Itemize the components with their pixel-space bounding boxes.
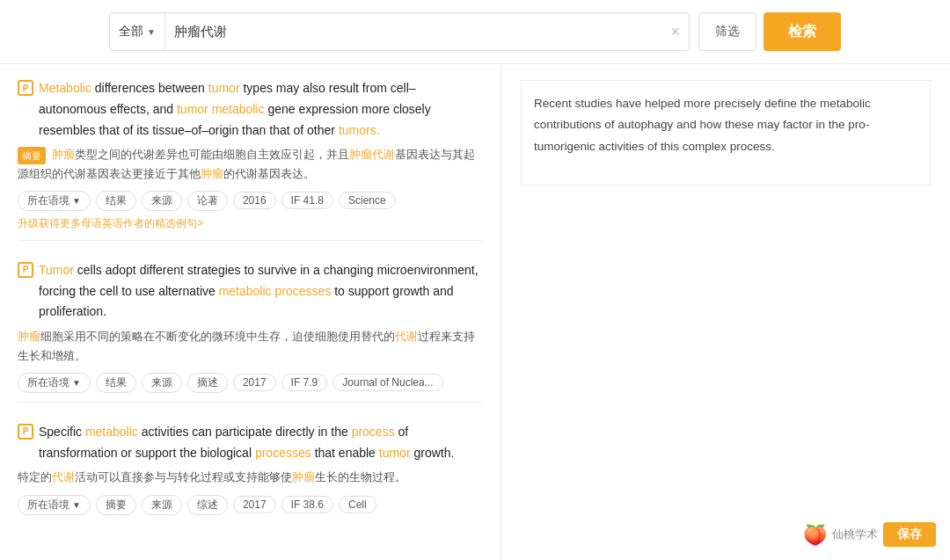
upgrade-link[interactable]: 升级获得更多母语英语作者的精选例句> <box>18 216 483 231</box>
search-button[interactable]: 检索 <box>764 12 841 51</box>
tag-journal: Cell <box>339 496 376 513</box>
detail-text: Recent studies have helped more precisel… <box>521 80 931 185</box>
brand-logo-icon: 🍑 <box>803 519 827 551</box>
tag-if: IF 41.8 <box>281 192 333 209</box>
tag-result[interactable]: 结果 <box>96 373 136 393</box>
result-header: P Tumor cells adopt different strategies… <box>18 260 483 323</box>
highlight: processes <box>255 446 311 460</box>
dropdown-icon: ▼ <box>72 196 81 206</box>
result-en-text: Tumor cells adopt different strategies t… <box>39 260 483 323</box>
tag-if: IF 7.9 <box>281 374 328 391</box>
result-header: P Metabolic differences between tumor ty… <box>18 78 483 141</box>
result-cn-text: 摘要 肿瘤类型之间的代谢差异也可能由细胞自主效应引起，并且肿瘤代谢基因表达与其起… <box>18 146 483 184</box>
tag-source[interactable]: 来源 <box>142 191 182 211</box>
save-button[interactable]: 保存 <box>883 522 936 547</box>
tag-row: 所在语境▼ 结果 来源 摘述 2017 IF 7.9 Journal of Nu… <box>18 373 483 393</box>
result-en-text: Metabolic differences between tumor type… <box>39 78 483 141</box>
detail-panel: Recent studies have helped more precisel… <box>501 64 950 560</box>
dropdown-icon: ▼ <box>72 378 81 388</box>
result-item: P Metabolic differences between tumor ty… <box>18 78 483 241</box>
tag-type[interactable]: 论著 <box>187 191 228 211</box>
tag-type[interactable]: 综述 <box>187 495 228 515</box>
result-item: P Tumor cells adopt different strategies… <box>18 260 483 403</box>
result-header: P Specific metabolic activities can part… <box>18 422 483 464</box>
branding-area: 🍑 仙桃学术 保存 <box>803 519 936 551</box>
tag-if: IF 38.6 <box>281 496 333 513</box>
tag-abstract[interactable]: 摘要 <box>96 495 136 515</box>
tag-source[interactable]: 来源 <box>142 495 182 515</box>
search-input[interactable] <box>165 25 662 40</box>
search-input-container: 全部 ▼ × <box>109 12 690 51</box>
tag-source[interactable]: 来源 <box>142 373 182 393</box>
result-cn-text: 特定的代谢活动可以直接参与与转化过程或支持能够使肿瘤生长的生物过程。 <box>18 469 483 487</box>
text-segment: differences between <box>95 81 208 95</box>
text-segment: 肿瘤类型之间的代谢差异也可能由细胞自主效应引起，并且肿瘤代谢基因表达与其起源组织… <box>18 149 475 179</box>
result-item: P Specific metabolic activities can part… <box>18 422 483 524</box>
text-segment: that enable <box>315 446 379 460</box>
highlight: metabolic <box>212 102 265 116</box>
tag-label: 所在语境 <box>27 193 69 208</box>
tag-year: 2017 <box>233 374 276 391</box>
highlight: process <box>352 425 395 439</box>
result-en-text: Specific metabolic activities can partic… <box>39 422 483 464</box>
highlight: Metabolic <box>39 81 91 95</box>
highlight: tumors. <box>339 123 380 137</box>
tag-year: 2016 <box>233 192 276 209</box>
results-panel: P Metabolic differences between tumor ty… <box>0 64 501 560</box>
highlight: metabolic processes <box>219 284 332 298</box>
brand-name: 仙桃学术 <box>832 525 878 544</box>
tag-type[interactable]: 摘述 <box>187 373 228 393</box>
text-segment: growth. <box>413 446 454 460</box>
category-label: 全部 <box>119 24 143 40</box>
chevron-down-icon: ▼ <box>147 27 156 37</box>
result-icon: P <box>18 80 33 96</box>
text-segment: activities can participate directly in t… <box>142 425 352 439</box>
clear-icon[interactable]: × <box>661 23 689 41</box>
tag-result[interactable]: 结果 <box>96 191 136 211</box>
filter-button[interactable]: 筛选 <box>698 12 756 51</box>
tag-row: 所在语境▼ 结果 来源 论著 2016 IF 41.8 Science <box>18 191 483 211</box>
tag-year: 2017 <box>233 496 276 513</box>
tag-label: 所在语境 <box>27 375 69 390</box>
tag-context[interactable]: 所在语境▼ <box>18 373 91 393</box>
search-bar: 全部 ▼ × 筛选 检索 <box>0 0 950 64</box>
cn-badge: 摘要 <box>18 147 46 165</box>
main-content: P Metabolic differences between tumor ty… <box>0 64 950 560</box>
dropdown-icon: ▼ <box>72 500 81 510</box>
highlight: metabolic <box>85 425 138 439</box>
result-cn-text: 肿瘤细胞采用不同的策略在不断变化的微环境中生存，迫使细胞使用替代的代谢过程来支持… <box>18 328 483 366</box>
text-segment: Specific <box>39 425 85 439</box>
tag-context[interactable]: 所在语境▼ <box>18 495 91 515</box>
highlight: Tumor <box>39 263 74 277</box>
category-selector[interactable]: 全部 ▼ <box>110 13 165 50</box>
tag-context[interactable]: 所在语境▼ <box>18 191 91 211</box>
tag-journal: Science <box>339 192 396 209</box>
result-icon: P <box>18 262 33 278</box>
tag-row: 所在语境▼ 摘要 来源 综述 2017 IF 38.6 Cell <box>18 495 483 515</box>
highlight: tumor <box>177 102 208 116</box>
tag-journal: Journal of Nuclea... <box>332 374 442 391</box>
result-icon: P <box>18 424 33 440</box>
tag-label: 所在语境 <box>27 498 69 513</box>
highlight: tumor <box>379 446 411 460</box>
highlight: tumor <box>208 81 240 95</box>
